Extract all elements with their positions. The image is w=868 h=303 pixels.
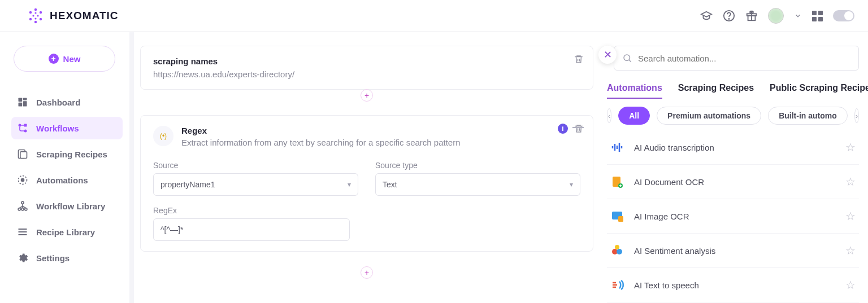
sidebar-item-workflow-library[interactable]: Workflow Library [11, 195, 123, 217]
add-step-button[interactable]: + [361, 89, 373, 102]
svg-point-36 [615, 245, 619, 249]
audio-icon [610, 140, 624, 154]
star-icon[interactable]: ☆ [845, 244, 856, 257]
svg-rect-14 [19, 98, 23, 102]
sidebar-item-dashboard[interactable]: Dashboard [11, 91, 123, 113]
regex-desc: Extract information from any text by sea… [181, 138, 461, 147]
sidebar-item-scraping-recipes[interactable]: Scraping Recipes [11, 143, 123, 165]
automation-sentiment-analysis[interactable]: AI Sentiment analysis ☆ [607, 234, 859, 268]
svg-point-7 [37, 15, 38, 16]
add-step-button[interactable]: + [361, 266, 373, 279]
automation-name: AI Audio transcription [634, 143, 835, 152]
svg-point-35 [617, 249, 622, 254]
sidebar-item-recipe-library[interactable]: Recipe Library [11, 221, 123, 243]
source-type-value: Text [383, 180, 397, 189]
logo-icon [27, 7, 44, 24]
tab-public-scraping-recipes[interactable]: Public Scraping Recipes [770, 83, 868, 99]
svg-rect-16 [23, 101, 27, 106]
svg-point-6 [34, 12, 36, 14]
sidebar-item-label: Scraping Recipes [36, 150, 107, 159]
topbar-actions [700, 8, 854, 24]
sidebar-item-workflows[interactable]: Workflows [11, 117, 123, 139]
avatar[interactable] [768, 8, 784, 24]
svg-point-27 [21, 208, 24, 210]
svg-point-9 [32, 15, 34, 16]
svg-point-29 [624, 55, 630, 61]
source-type-select[interactable]: Text ▾ [375, 173, 580, 196]
main-content: scraping names https://news.ua.edu/exper… [130, 32, 607, 303]
sidebar-item-settings[interactable]: Settings [11, 247, 123, 269]
svg-point-28 [25, 208, 27, 210]
tts-icon [610, 278, 624, 292]
source-type-label: Source type [375, 161, 580, 170]
svg-rect-17 [19, 103, 23, 107]
search-input[interactable] [638, 54, 850, 63]
automation-name: AI Document OCR [634, 177, 835, 187]
star-icon[interactable]: ☆ [845, 140, 856, 154]
svg-point-19 [24, 130, 27, 133]
apps-icon[interactable] [812, 11, 823, 21]
automation-image-ocr[interactable]: AI Image OCR ☆ [607, 199, 859, 234]
new-button-label: New [63, 54, 81, 64]
academy-icon[interactable] [700, 10, 713, 22]
chip-builtin[interactable]: Built-in automo [768, 107, 848, 125]
trash-icon[interactable] [574, 54, 584, 64]
star-icon[interactable]: ☆ [845, 175, 856, 188]
automation-document-ocr[interactable]: AI Document OCR ☆ [607, 165, 859, 199]
svg-point-11 [728, 19, 729, 19]
svg-rect-15 [23, 98, 27, 100]
sidebar-item-label: Recipe Library [36, 227, 95, 237]
tab-scraping-recipes[interactable]: Scraping Recipes [678, 83, 754, 99]
automation-audio-transcription[interactable]: AI Audio transcription ☆ [607, 130, 859, 165]
sidebar-item-label: Dashboard [36, 98, 80, 107]
regex-input[interactable] [153, 218, 350, 241]
theme-toggle[interactable] [833, 10, 854, 21]
chevron-down-icon: ▾ [570, 181, 573, 188]
chevron-down-icon: ▾ [348, 181, 351, 188]
star-icon[interactable]: ☆ [845, 278, 856, 292]
collapse-icon[interactable]: — [572, 120, 584, 133]
svg-rect-22 [20, 152, 27, 159]
library-icon [17, 200, 28, 212]
sentiment-icon [610, 244, 624, 257]
sidebar-item-label: Workflow Library [36, 201, 105, 211]
help-icon[interactable] [723, 10, 735, 22]
gear-icon [17, 252, 28, 264]
gift-icon[interactable] [745, 10, 758, 22]
tab-automations[interactable]: Automations [607, 83, 662, 99]
chips-prev[interactable]: ‹ [607, 108, 611, 123]
star-icon[interactable]: ☆ [845, 209, 856, 223]
new-button[interactable]: + New [14, 46, 115, 72]
logo[interactable]: HEXOMATIC [27, 7, 119, 24]
chip-premium[interactable]: Premium automations [657, 107, 761, 125]
panel-tabs: Automations Scraping Recipes Public Scra… [607, 83, 859, 99]
chevron-down-icon[interactable] [794, 12, 802, 20]
source-label: Source [153, 161, 358, 170]
chips-next[interactable]: › [854, 108, 859, 123]
scraping-icon [17, 148, 28, 160]
document-icon [610, 175, 624, 188]
automation-text-to-speech[interactable]: AI Text to speech ☆ [607, 268, 859, 302]
svg-rect-33 [618, 216, 623, 222]
sidebar-item-label: Workflows [36, 124, 79, 133]
dashboard-icon [17, 96, 28, 108]
workflow-step-scraping: scraping names https://news.ua.edu/exper… [140, 46, 593, 90]
workflows-icon [17, 122, 28, 134]
svg-point-1 [40, 11, 42, 14]
info-icon[interactable]: i [558, 124, 568, 134]
automation-list: AI Audio transcription ☆ AI Document OCR… [607, 130, 859, 302]
svg-point-25 [21, 201, 24, 204]
automation-name: AI Text to speech [634, 280, 835, 290]
chip-all[interactable]: All [618, 107, 650, 125]
source-select[interactable]: propertyName1 ▾ [153, 173, 358, 196]
close-panel-button[interactable]: ✕ [598, 46, 617, 64]
svg-point-5 [29, 11, 32, 14]
automation-panel: ✕ Automations Scraping Recipes Public Sc… [607, 32, 868, 303]
recipe-library-icon [17, 226, 28, 238]
sidebar: + New Dashboard Workflows Scraping Recip… [0, 32, 130, 303]
filter-chips: ‹ All Premium automations Built-in autom… [607, 107, 859, 125]
svg-point-26 [18, 208, 20, 210]
topbar: HEXOMATIC [0, 0, 868, 32]
sidebar-item-automations[interactable]: Automations [11, 169, 123, 191]
svg-point-4 [29, 18, 32, 20]
